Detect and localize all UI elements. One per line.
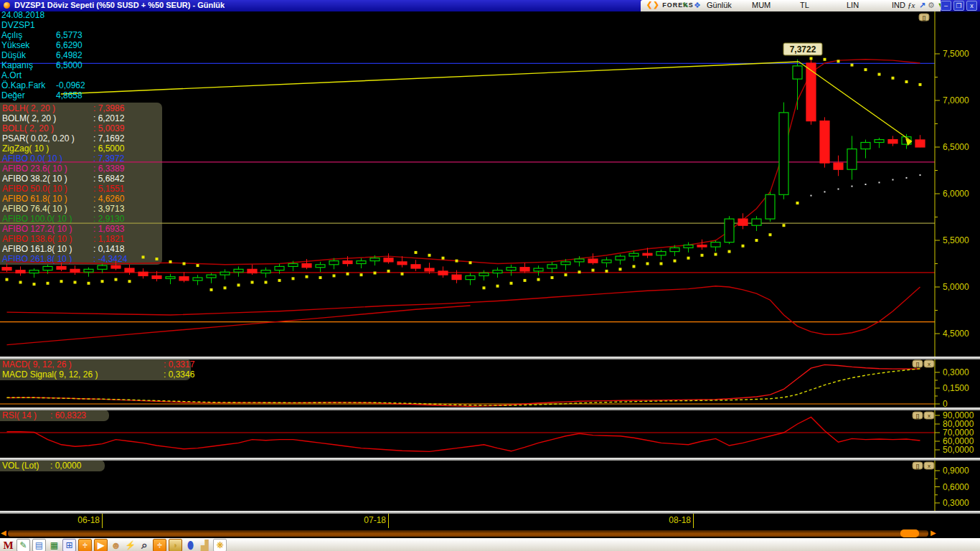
vol-panel-canvas[interactable]: 0,90000,60000,3000[]x	[0, 461, 980, 511]
pencil-icon[interactable]: ✎	[682, 1, 689, 10]
divide2-icon[interactable]: ÷	[153, 539, 166, 551]
magnifier-icon[interactable]: ⌕	[138, 540, 151, 551]
sparkle-chart-icon[interactable]: ❋	[213, 539, 227, 551]
panel-separator[interactable]	[0, 357, 980, 359]
zigzag-line[interactable]	[61, 62, 798, 94]
notebook-icon[interactable]: ▦	[48, 540, 60, 551]
candle	[643, 253, 652, 255]
candle	[738, 219, 748, 225]
psar-dot	[128, 280, 131, 283]
psar-dot	[115, 278, 118, 281]
minimize-button[interactable]: –	[941, 1, 951, 11]
candle	[316, 265, 325, 268]
price-flag-label: 7,3722	[790, 44, 816, 55]
candle	[57, 266, 66, 269]
psar-white-dot	[811, 195, 812, 197]
quote-values: Açılış6,5773Yüksek6,6290Düşük6,4982Kapan…	[1, 30, 45, 100]
main-chart-canvas[interactable]: 7,37227,50007,00006,50006,00005,50005,00…	[0, 11, 980, 357]
quote-row: A.Ort	[1, 70, 45, 80]
quote-date: 24.08.2018	[1, 10, 44, 20]
psar-dot	[469, 261, 472, 264]
panel-separator[interactable]	[0, 458, 980, 461]
candle	[138, 272, 148, 276]
psar-dot	[374, 272, 377, 275]
restore-button[interactable]: ❐	[953, 1, 964, 11]
candle	[43, 266, 52, 270]
candle	[793, 66, 802, 79]
y-axis-label: 0,6000	[943, 482, 969, 492]
candle	[752, 219, 761, 225]
tools-icon[interactable]: ⚙	[928, 1, 935, 10]
y-axis-label: 7,0000	[943, 95, 969, 105]
psar-dot	[169, 260, 172, 263]
quote-value: 6,6290	[56, 40, 83, 50]
close-button[interactable]: x	[966, 1, 977, 11]
psar-white-dot	[824, 191, 826, 192]
psar-white-dot	[906, 177, 908, 179]
candle	[806, 63, 816, 121]
scroll-left-arrow[interactable]: ◀	[1, 529, 6, 537]
compass-icon[interactable]: ❖	[694, 1, 701, 10]
candle	[193, 278, 202, 281]
runner-icon[interactable]: ⚡	[124, 540, 136, 551]
toolbar-item-lin[interactable]: LIN	[847, 1, 859, 9]
psar-dot	[551, 276, 554, 279]
psar-white-dot	[865, 184, 867, 185]
candle	[875, 140, 884, 143]
psar-dot	[183, 263, 186, 265]
vol-panel-buttons: []x	[913, 462, 934, 469]
database-icon[interactable]: ⬮	[184, 540, 197, 551]
candle	[261, 270, 270, 273]
rsi-panel-canvas[interactable]: 90,000080,000070,000060,000050,0000[]x	[0, 410, 980, 458]
psar-dot	[687, 257, 690, 260]
fx-icon[interactable]: ƒx	[908, 1, 915, 9]
bell-icon[interactable]: ◗	[169, 539, 182, 551]
scroll-right-arrow[interactable]: ▶	[930, 529, 936, 537]
toolbar-item-ind[interactable]: IND	[892, 1, 905, 9]
app-icon	[4, 2, 10, 9]
candle	[616, 256, 625, 260]
candle	[438, 271, 448, 275]
candle	[70, 269, 80, 272]
psar-dot	[33, 283, 36, 286]
candle	[207, 275, 216, 278]
psar-dot	[415, 251, 418, 254]
y-axis-label: 6,0000	[943, 189, 969, 199]
chart-pencil-icon[interactable]: ✎	[17, 539, 30, 551]
panel-separator[interactable]	[0, 408, 980, 410]
candle	[384, 258, 393, 262]
quote-label: Kapanış	[1, 60, 33, 70]
divide-icon[interactable]: ÷	[78, 539, 92, 551]
toolbar-item-mum[interactable]: MUM	[752, 1, 771, 9]
scrollbar-track[interactable]	[8, 530, 928, 537]
psar-dot	[592, 269, 595, 272]
depth-steps-icon[interactable]: ▟	[199, 540, 211, 551]
psar-white-dot	[892, 179, 894, 181]
quote-label: Değer	[1, 90, 25, 100]
psar-dot	[837, 60, 840, 62]
panel-separator[interactable]	[0, 511, 980, 514]
top-toolbar: ❮❯ FOREKS ✎ ❖ Günlük MUM TL LIN IND ƒx ↗…	[641, 0, 941, 11]
toolbar-item-tl[interactable]: TL	[800, 1, 809, 9]
psar-dot	[783, 224, 786, 227]
page-edit-icon[interactable]: ▤	[32, 539, 46, 551]
psar-dot	[60, 280, 63, 283]
psar-dot	[674, 260, 677, 263]
scrollbar-thumb[interactable]	[900, 529, 919, 537]
macd-panel-canvas[interactable]: 0,30000,15000[]x	[0, 359, 980, 408]
time-axis-tick	[693, 514, 694, 528]
matrix-calc-icon[interactable]: ⊞	[62, 539, 76, 551]
candle	[329, 261, 339, 265]
psar-dot	[660, 263, 663, 265]
psar-dot	[810, 57, 813, 60]
users-icon[interactable]: ☻	[110, 540, 122, 551]
matriks-logo-icon[interactable]: M	[2, 540, 14, 551]
link-arrow-icon[interactable]: ↗	[919, 1, 925, 10]
psar-dot	[47, 282, 50, 285]
candle	[493, 270, 502, 273]
play-icon[interactable]: ▶	[94, 539, 108, 551]
candle	[179, 277, 189, 281]
toolbar-item-gunluk[interactable]: Günlük	[707, 1, 732, 9]
candle	[288, 264, 298, 267]
candle	[697, 245, 707, 248]
